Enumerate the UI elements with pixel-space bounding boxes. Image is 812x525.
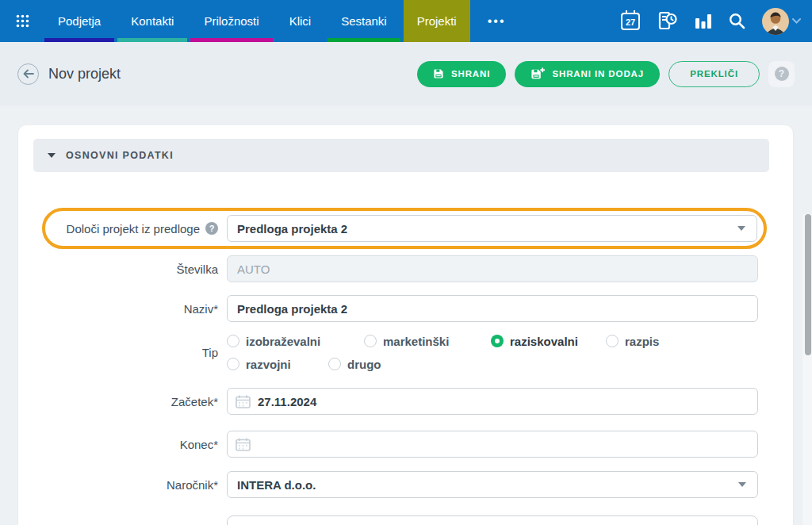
client-select[interactable]: INTERA d.o.o. — [227, 471, 758, 498]
cancel-button-label: PREKLIČI — [690, 69, 738, 79]
type-field-wrap: izobraževalni marketinški raziskovalni — [227, 334, 758, 371]
partial-next-input[interactable] — [227, 515, 758, 525]
template-field-label-wrap: Določi projekt iz predloge ? — [45, 222, 218, 236]
calendar-icon: 27 — [621, 13, 640, 30]
user-menu[interactable] — [762, 8, 801, 35]
section-header-osnovni-podatki[interactable]: OSNOVNI PODATKI — [33, 139, 769, 172]
client-label: Naročnik* — [33, 478, 218, 492]
radio-label: razpis — [625, 335, 659, 348]
nav-more-button[interactable]: ••• — [477, 0, 517, 42]
client-row: Naročnik* INTERA d.o.o. — [18, 471, 793, 498]
radio-option-marketinski[interactable]: marketinški — [364, 335, 491, 348]
activity-history-button[interactable] — [657, 12, 678, 31]
calendar-button[interactable]: 27 — [621, 13, 640, 30]
name-input[interactable]: Predloga projekta 2 — [227, 295, 758, 322]
start-date-value: 27.11.2024 — [258, 395, 316, 408]
nav-tab-sestanki[interactable]: Sestanki — [327, 0, 400, 42]
save-button-label: SHRANI — [451, 69, 491, 79]
radio-label: marketinški — [383, 335, 449, 348]
template-field-label: Določi projekt iz predloge — [67, 222, 200, 236]
template-field-highlight-ring: Določi projekt iz predloge ? Predloga pr… — [42, 208, 767, 249]
chevron-down-icon — [792, 18, 801, 24]
search-icon — [729, 13, 745, 29]
nav-tab-kontakti[interactable]: Kontakti — [117, 0, 187, 42]
number-placeholder: AUTO — [237, 262, 270, 276]
radio-label: razvojni — [246, 358, 291, 371]
back-button[interactable] — [17, 63, 39, 85]
radio-icon — [227, 358, 239, 370]
form-card: OSNOVNI PODATKI Določi projekt iz predlo… — [18, 125, 793, 525]
cancel-button[interactable]: PREKLIČI — [668, 61, 760, 87]
radio-option-drugo[interactable]: drugo — [328, 358, 381, 371]
number-field-wrap: AUTO — [227, 255, 758, 282]
client-field-wrap: INTERA d.o.o. — [227, 471, 758, 498]
grid-icon — [16, 14, 29, 28]
field-help-icon[interactable]: ? — [205, 222, 218, 235]
radio-icon — [606, 335, 619, 347]
number-label: Številka — [33, 262, 218, 276]
end-date-row: Konec* — [18, 431, 793, 458]
radio-icon — [227, 335, 239, 347]
nav-right-icons: 27 — [621, 0, 812, 42]
name-field-wrap: Predloga projekta 2 — [227, 295, 758, 322]
select-caret-icon — [737, 226, 745, 231]
nav-tab-priloznosti[interactable]: Priložnosti — [190, 0, 272, 42]
scrollbar-track — [802, 214, 812, 525]
history-book-clock-icon — [657, 12, 678, 31]
page-title: Nov projekt — [48, 66, 121, 82]
content-area: OSNOVNI PODATKI Določi projekt iz predlo… — [0, 105, 812, 525]
radio-icon — [364, 335, 377, 347]
name-label: Naziv* — [33, 302, 218, 316]
search-button[interactable] — [729, 13, 745, 29]
name-input-value: Predloga projekta 2 — [237, 302, 347, 316]
nav-tab-label: Kontakti — [131, 14, 174, 28]
nav-tab-podjetja[interactable]: Podjetja — [44, 0, 114, 42]
radio-label: drugo — [347, 358, 381, 371]
name-row: Naziv* Predloga projekta 2 — [18, 295, 793, 322]
radio-option-razvojni[interactable]: razvojni — [227, 358, 328, 371]
nav-tab-label: Projekti — [417, 14, 457, 28]
nav-tab-label: Priložnosti — [204, 14, 259, 28]
radio-label: raziskovalni — [510, 335, 578, 348]
template-select[interactable]: Predloga projekta 2 — [227, 215, 757, 242]
save-plus-floppy-icon — [530, 67, 545, 80]
radio-option-izobrazevalni[interactable]: izobraževalni — [227, 335, 364, 348]
nav-tab-label: Sestanki — [341, 14, 387, 28]
radio-option-razpis[interactable]: razpis — [606, 335, 659, 348]
calendar-day-number: 27 — [626, 17, 635, 29]
nav-tab-label: Podjetja — [58, 14, 101, 28]
end-date-input[interactable] — [227, 431, 758, 458]
start-date-input[interactable]: 27.11.2024 — [227, 388, 758, 415]
calendar-field-icon — [236, 438, 251, 451]
type-row: Tip izobraževalni marketinški — [18, 334, 793, 371]
back-arrow-icon — [23, 69, 34, 79]
question-mark-icon: ? — [775, 67, 789, 81]
start-date-label: Začetek* — [33, 395, 218, 408]
calendar-field-icon — [236, 395, 251, 408]
page-help-button[interactable]: ? — [768, 61, 795, 87]
reports-button[interactable] — [695, 13, 712, 29]
select-caret-icon — [738, 482, 746, 487]
start-date-row: Začetek* 27.11.2024 — [18, 388, 793, 415]
bar-chart-icon — [695, 13, 712, 29]
radio-option-raziskovalni[interactable]: raziskovalni — [491, 335, 606, 348]
partial-next-field-wrap — [227, 515, 758, 525]
type-radio-group: izobraževalni marketinški raziskovalni — [227, 334, 758, 371]
start-date-field-wrap: 27.11.2024 — [227, 388, 758, 415]
save-and-add-button[interactable]: SHRANI IN DODAJ — [515, 61, 660, 87]
app-grid-button[interactable] — [0, 0, 44, 42]
top-navbar: Podjetja Kontakti Priložnosti Klici Sest… — [0, 0, 812, 42]
number-row: Številka AUTO — [18, 255, 793, 282]
radio-icon — [328, 358, 341, 370]
nav-tab-klici[interactable]: Klici — [276, 0, 325, 42]
scrollbar-thumb[interactable] — [805, 214, 811, 355]
radio-icon — [491, 335, 504, 347]
client-select-value: INTERA d.o.o. — [237, 478, 316, 492]
type-radio-row-2: razvojni drugo — [227, 357, 758, 371]
nav-tab-projekti-active[interactable]: Projekti — [404, 0, 470, 42]
save-button[interactable]: SHRANI — [417, 61, 507, 87]
partial-next-row — [18, 515, 793, 525]
type-radio-row-1: izobraževalni marketinški raziskovalni — [227, 334, 758, 348]
avatar — [762, 8, 789, 35]
collapse-triangle-icon — [48, 153, 56, 158]
